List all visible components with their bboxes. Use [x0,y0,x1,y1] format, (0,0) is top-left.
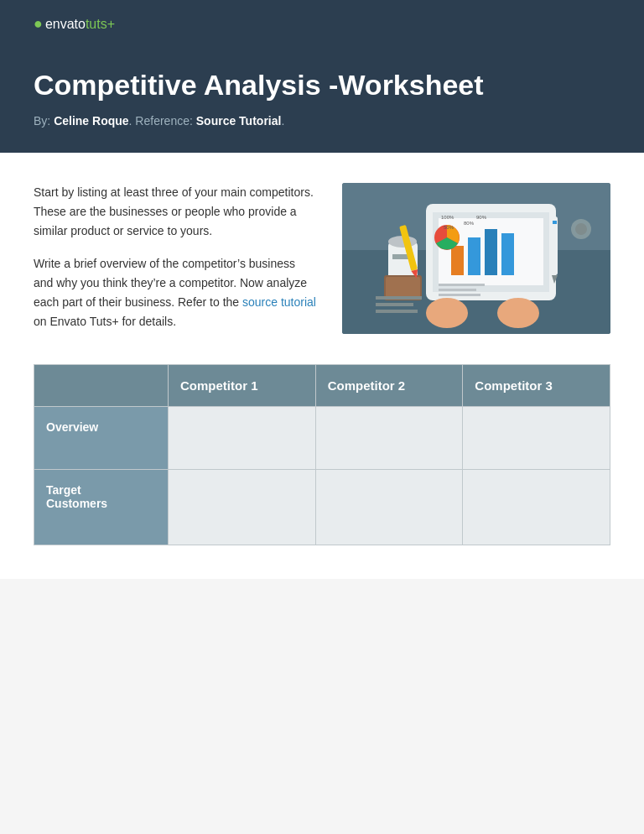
logo-tuts-text: tuts+ [86,17,115,32]
svg-text:100%: 100% [441,215,454,220]
table-header-competitor2: Competitor 2 [315,364,463,406]
comparison-table: Competitor 1 Competitor 2 Competitor 3 O… [34,364,610,545]
overview-competitor1-cell [169,406,316,469]
byline-prefix: By: [34,114,54,128]
header: ● envato tuts+ [0,0,644,51]
intro-paragraph-1: Start by listing at least three of your … [34,183,317,241]
target-competitor2-cell [315,469,463,545]
svg-rect-19 [439,284,485,286]
svg-rect-35 [376,303,413,306]
leaf-icon: ● [34,15,43,33]
svg-rect-8 [485,229,497,275]
svg-rect-28 [386,277,420,299]
svg-rect-31 [552,216,558,275]
svg-rect-9 [501,233,514,275]
target-competitor1-cell [169,469,316,545]
source-tutorial-link[interactable]: source tutorial [242,295,316,309]
row-label-target-customers: TargetCustomers [34,469,169,545]
svg-rect-34 [376,296,422,300]
svg-point-23 [497,298,539,328]
svg-point-38 [575,223,587,235]
svg-rect-32 [553,221,557,224]
svg-rect-6 [451,246,464,275]
logo: ● envato tuts+ [34,15,610,33]
table-header-row: Competitor 1 Competitor 2 Competitor 3 [34,364,610,406]
svg-rect-7 [468,237,480,275]
table-header-competitor3: Competitor 3 [463,364,610,406]
intro-paragraph-2: Write a brief overview of the competitor… [34,254,317,331]
page-title: Competitive Analysis -Worksheet [34,68,610,102]
svg-text:90%: 90% [476,215,487,220]
illustration-image: 100% 90% 80% 50% 100% 90% 80% 50% [342,183,610,334]
analytics-illustration: 100% 90% 80% 50% 100% 90% 80% 50% [342,183,610,334]
svg-rect-20 [439,289,476,291]
byline: By: Celine Roque. Reference: Source Tuto… [34,114,610,128]
overview-competitor2-cell [315,406,463,469]
intro-p2-end: on Envato Tuts+ for details. [34,315,176,328]
table-row: TargetCustomers [34,469,610,545]
intro-section: Start by listing at least three of your … [34,183,610,334]
overview-competitor3-cell [463,406,610,469]
byline-ref: Source Tutorial [196,114,282,128]
svg-text:50%: 50% [444,225,454,230]
svg-rect-21 [439,294,480,296]
target-competitor3-cell [463,469,610,545]
byline-name: Celine Roque [54,114,128,128]
table-row: Overview [34,406,610,469]
byline-middle: . Reference: [129,114,196,128]
main-content: Start by listing at least three of your … [0,153,644,579]
row-label-overview: Overview [34,406,169,469]
svg-rect-36 [376,310,418,313]
title-section: Competitive Analysis -Worksheet By: Celi… [0,51,644,153]
table-header-competitor1: Competitor 1 [169,364,316,406]
table-header-empty [34,364,169,406]
byline-suffix: . [281,114,284,128]
logo-envato-text: envato [45,17,86,32]
svg-point-22 [426,298,468,328]
svg-text:80%: 80% [464,221,475,226]
intro-text: Start by listing at least three of your … [34,183,317,332]
